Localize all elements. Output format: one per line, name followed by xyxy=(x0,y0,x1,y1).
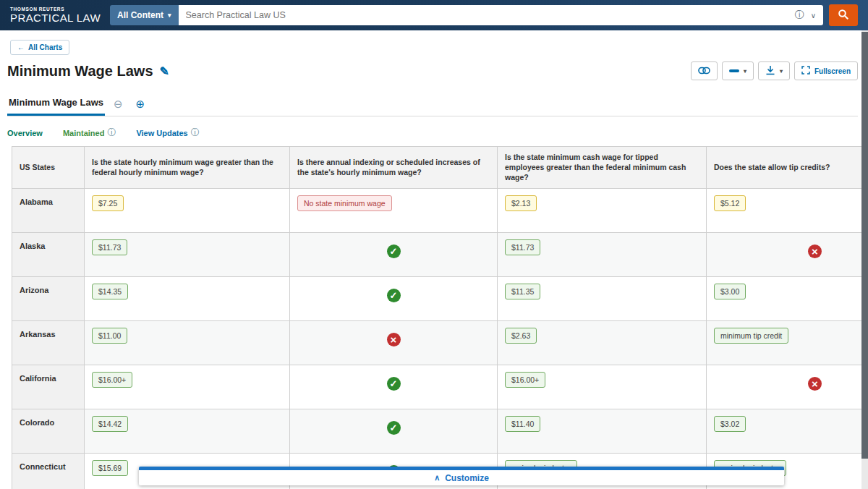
value-badge: $2.13 xyxy=(505,195,537,211)
cross-icon: × xyxy=(808,244,822,258)
view-updates-label: View Updates xyxy=(136,129,187,137)
column-header: US States xyxy=(12,147,85,189)
value-badge: $11.00 xyxy=(92,328,127,344)
brand-logo[interactable]: THOMSON REUTERS PRACTICAL LAW xyxy=(10,7,103,24)
add-tab-icon[interactable]: ⊕ xyxy=(136,98,145,109)
subnav-links: Overview Maintained ⓘ View Updates ⓘ xyxy=(7,127,858,139)
overview-link[interactable]: Overview xyxy=(7,129,43,137)
copy-link-button[interactable] xyxy=(691,61,718,80)
state-name: Arizona xyxy=(12,276,85,320)
page-title-text: Minimum Wage Laws xyxy=(7,63,153,80)
search-field: ⓘ ∨ xyxy=(179,5,823,25)
value-badge: $16.00+ xyxy=(505,372,545,388)
tab-minimum-wage-laws[interactable]: Minimum Wage Laws xyxy=(7,93,105,116)
data-cell: $5.12 xyxy=(707,188,868,232)
caret-down-icon: ▾ xyxy=(780,68,783,75)
data-cell: × xyxy=(290,320,498,365)
value-badge: $14.42 xyxy=(92,416,128,432)
state-name: Colorado xyxy=(12,409,85,453)
state-name: Connecticut xyxy=(12,453,85,489)
magnifier-icon xyxy=(838,9,849,22)
remove-tab-icon[interactable]: ⊖ xyxy=(114,98,123,109)
data-cell: ✓ xyxy=(290,409,498,453)
download-button[interactable]: ▾ xyxy=(758,61,790,80)
caret-down-icon: ▾ xyxy=(744,68,746,75)
search-button[interactable] xyxy=(829,4,858,26)
search-info-icon[interactable]: ⓘ xyxy=(795,9,804,22)
column-header: Is the state minimum cash wage for tippe… xyxy=(498,147,707,189)
chain-link-icon xyxy=(698,67,710,76)
data-cell: $2.63 xyxy=(498,320,707,365)
data-cell: $16.00+ xyxy=(498,365,707,409)
value-badge: minimum tip credit xyxy=(714,328,788,344)
back-button-label: All Charts xyxy=(28,43,62,51)
value-badge: $11.40 xyxy=(505,416,540,432)
state-name: Alabama xyxy=(12,188,85,232)
download-icon xyxy=(765,65,775,77)
table-row: California$16.00+✓$16.00+× xyxy=(12,365,868,409)
data-cell: ✓ xyxy=(290,365,498,409)
value-badge: $3.02 xyxy=(714,416,746,432)
value-badge: $5.12 xyxy=(714,195,746,211)
state-name: California xyxy=(12,365,85,409)
data-cell: $14.42 xyxy=(85,409,290,453)
data-cell: $2.13 xyxy=(498,188,707,232)
fullscreen-icon xyxy=(801,66,810,76)
column-header: Is there annual indexing or scheduled in… xyxy=(290,147,498,189)
main-content: ← All Charts Minimum Wage Laws ✎ ▾ xyxy=(0,30,868,489)
value-badge: $11.73 xyxy=(92,239,127,255)
maintained-label: Maintained xyxy=(63,129,104,137)
value-badge: $11.73 xyxy=(505,239,540,255)
title-row: Minimum Wage Laws ✎ ▾ xyxy=(7,61,858,80)
data-cell: $11.35 xyxy=(498,276,707,320)
maintained-link[interactable]: Maintained ⓘ xyxy=(63,127,116,139)
column-header: Is the state hourly minimum wage greater… xyxy=(85,147,290,189)
top-navbar: THOMSON REUTERS PRACTICAL LAW All Conten… xyxy=(0,0,868,30)
state-name: Alaska xyxy=(12,232,85,276)
overview-label: Overview xyxy=(7,129,43,137)
data-cell: minimum tip credit xyxy=(707,320,868,365)
search-bar: All Content ▾ ⓘ ∨ xyxy=(110,4,858,26)
data-cell: $14.35 xyxy=(85,276,290,320)
vertical-scrollbar-track xyxy=(861,30,868,489)
data-cell: ✓ xyxy=(290,276,498,320)
horizontal-bar-icon xyxy=(729,69,739,72)
data-cell: $16.00+ xyxy=(85,365,290,409)
fullscreen-label: Fullscreen xyxy=(814,67,851,75)
state-name: Arkansas xyxy=(12,320,85,365)
value-badge: $16.00+ xyxy=(92,372,132,388)
caret-down-icon: ▾ xyxy=(168,12,171,19)
data-cell: ✓ xyxy=(290,232,498,276)
dash-dropdown-button[interactable]: ▾ xyxy=(722,61,754,80)
data-cell: No state minimum wage xyxy=(290,188,498,232)
value-badge: $11.35 xyxy=(505,284,540,299)
data-cell: $7.25 xyxy=(85,188,290,232)
value-badge: $3.00 xyxy=(714,284,746,299)
customize-bar[interactable]: ∧ Customize xyxy=(139,467,784,485)
data-cell: $3.00 xyxy=(707,276,868,320)
table-row: Alabama$7.25No state minimum wage$2.13$5… xyxy=(12,188,868,232)
view-updates-link[interactable]: View Updates ⓘ xyxy=(136,127,199,139)
all-content-dropdown[interactable]: All Content ▾ xyxy=(110,5,179,25)
brand-practical-law: PRACTICAL LAW xyxy=(10,12,103,24)
edit-title-pencil-icon[interactable]: ✎ xyxy=(160,64,169,78)
table-row: Alaska$11.73✓$11.73× xyxy=(12,232,868,276)
fullscreen-button[interactable]: Fullscreen xyxy=(794,61,858,80)
column-header: Does the state allow tip credits? xyxy=(707,147,868,189)
all-charts-back-button[interactable]: ← All Charts xyxy=(10,40,69,55)
table-row: Arkansas$11.00×$2.63minimum tip credit xyxy=(12,320,868,365)
check-icon: ✓ xyxy=(387,289,401,302)
value-badge: $2.63 xyxy=(505,328,537,344)
data-cell: × xyxy=(707,365,868,409)
page-title: Minimum Wage Laws ✎ xyxy=(7,63,169,80)
chart-table-wrap: US StatesIs the state hourly minimum wag… xyxy=(12,146,858,489)
table-row: Arizona$14.35✓$11.35$3.00 xyxy=(12,276,868,320)
cross-icon: × xyxy=(387,333,401,346)
check-icon: ✓ xyxy=(387,377,401,391)
search-input[interactable] xyxy=(179,5,795,25)
search-options-chevron-icon[interactable]: ∨ xyxy=(811,12,816,20)
search-field-icons: ⓘ ∨ xyxy=(795,9,823,22)
back-arrow-icon: ← xyxy=(17,43,25,51)
vertical-scrollbar-thumb[interactable] xyxy=(861,32,868,459)
table-header-row: US StatesIs the state hourly minimum wag… xyxy=(12,147,868,189)
